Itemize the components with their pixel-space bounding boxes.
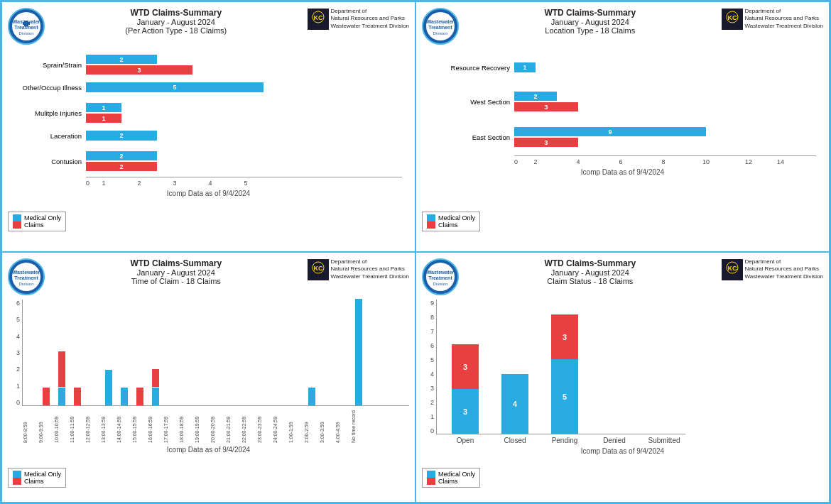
panel4-chart-inner: 9 8 7 6 5 4 3 2 1 0 3 3	[422, 300, 823, 434]
legend-medical-p2: Medical Only	[427, 214, 475, 221]
panel-time-of-claim: Wastewater Treatment Division SAFETY WTD…	[1, 252, 416, 503]
bar-col-900	[39, 388, 53, 405]
svg-text:KC: KC	[313, 14, 322, 21]
safety-logo-p1: Wastewater Treatment Division SAFETY	[8, 8, 45, 45]
bar-row-sprain: Sprain/Strain 2 3	[86, 52, 402, 77]
bar-col-1300	[102, 370, 116, 405]
panel1-icomp: Icomp Data as of 9/4/2024	[8, 190, 409, 197]
bar-blue-multiple: 1	[86, 103, 121, 112]
safety-logo-p2: Wastewater Treatment Division SAFETY	[422, 8, 459, 45]
bar-row-occup: Other/Occup Illness 5	[86, 79, 402, 96]
label-laceration: Laceration	[9, 132, 86, 140]
bar-col-1500	[133, 388, 147, 405]
panel4-yaxis: 9 8 7 6 5 4 3 2 1 0	[422, 300, 436, 434]
bars-east: 9 3	[514, 127, 706, 147]
bar-row-resource: Resource Recovery 1	[514, 59, 816, 76]
bar-blue-200	[308, 388, 315, 405]
panel4-legend: Medical Only Claims	[422, 468, 480, 488]
bar-blue-contusion: 2	[86, 151, 157, 160]
panel-claim-status: Wastewater Treatment Division SAFETY WTD…	[416, 252, 830, 503]
king-county-logo-p3: KC Department of Natural Resources and P…	[308, 258, 409, 280]
bar-red-west: 3	[514, 102, 578, 111]
king-county-text-p2: Department of Natural Resources and Park…	[745, 8, 823, 30]
svg-text:SAFETY: SAFETY	[432, 13, 448, 18]
svg-text:KC: KC	[727, 14, 737, 21]
xlabel-denied: Denied	[593, 437, 636, 444]
panel1-main-title: WTD Claims-Summary	[45, 8, 308, 18]
panel2-chart: Resource Recovery 1 West Section 2 3 Eas…	[514, 59, 816, 165]
bars-contusion: 2 2	[86, 151, 157, 171]
bar-blue-1600	[152, 388, 159, 405]
panel3-chart: 6 5 4 3 2 1 0	[8, 300, 409, 443]
bar-red-contusion: 2	[86, 162, 157, 171]
king-county-text-p3: Department of Natural Resources and Park…	[331, 258, 409, 280]
bar-red-1100	[74, 388, 81, 405]
bar-blue-1400	[121, 388, 128, 405]
bar-red-sprain: 3	[86, 65, 192, 75]
xlabel-open: Open	[444, 437, 487, 444]
bar-row-west: West Section 2 3	[514, 89, 816, 114]
svg-text:Wastewater: Wastewater	[13, 270, 40, 275]
svg-text:Wastewater: Wastewater	[427, 19, 455, 24]
svg-text:KC: KC	[727, 265, 737, 272]
panel4-main-title: WTD Claims-Summary	[459, 258, 722, 268]
panel2-sub1: January - August 2024	[459, 18, 722, 26]
panel3-chart-inner: 6 5 4 3 2 1 0	[8, 300, 409, 406]
bar-red-open: 3	[452, 344, 479, 389]
panel1-title-block: WTD Claims-Summary January - August 2024…	[45, 8, 308, 35]
bar-red-1000	[58, 351, 65, 387]
bar-col-1600	[148, 369, 163, 405]
legend-claims-p4: Claims	[427, 478, 475, 485]
king-county-logo-p4: KC Department of Natural Resources and P…	[722, 258, 823, 280]
safety-logo-p4: Wastewater Treatment Division SAFETY	[422, 258, 459, 295]
bars-sprain: 2 3	[86, 55, 192, 75]
panel3-header: Wastewater Treatment Division SAFETY WTD…	[8, 258, 409, 295]
bar-red-pending: 3	[551, 314, 578, 359]
label-multiple: Mulitple Injuries	[9, 109, 86, 117]
legend-blue-box-p2	[427, 214, 435, 221]
legend-red-box-p4	[427, 478, 435, 485]
panel4-sub1: January - August 2024	[459, 268, 722, 277]
bar-col-1400	[117, 388, 131, 405]
svg-text:KC: KC	[313, 265, 322, 272]
bar-row-contusion: Contusion 2 2	[86, 148, 402, 174]
panel4-icomp: Icomp Data as of 9/4/2024	[422, 447, 823, 455]
panel3-title-block: WTD Claims-Summary January - August 2024…	[45, 258, 308, 285]
bar-row-laceration: Laceration 2	[86, 127, 402, 144]
bar-row-east: East Section 9 3	[514, 124, 816, 150]
bar-red-1500	[136, 388, 143, 405]
king-county-logo-p2: KC Department of Natural Resources and P…	[722, 8, 823, 30]
svg-text:SAFETY: SAFETY	[432, 264, 448, 268]
panel2-title-block: WTD Claims-Summary January - August 2024…	[459, 8, 722, 35]
svg-text:Division: Division	[433, 31, 447, 35]
panel3-legend: Medical Only Claims	[8, 468, 66, 488]
king-county-seal-p1: KC	[308, 9, 329, 30]
panel3-sub1: January - August 2024	[45, 268, 308, 277]
svg-text:SAFETY: SAFETY	[18, 264, 34, 268]
svg-rect-8	[23, 22, 30, 25]
panel2-icomp: Icomp Data as of 9/4/2024	[422, 168, 823, 176]
bar-blue-notime	[355, 299, 362, 405]
svg-text:Treatment: Treatment	[14, 275, 38, 280]
panel2-main-title: WTD Claims-Summary	[459, 8, 722, 18]
panel3-xaxis: 8:00-8:59 9:00-9:59 10:00-10:59 11:00-11…	[23, 407, 409, 443]
bar-col-200	[305, 388, 319, 405]
bar-blue-laceration: 2	[86, 131, 157, 141]
label-west: West Section	[423, 98, 514, 106]
bar-blue-1000	[58, 388, 65, 405]
legend-red-box-p3	[13, 478, 21, 485]
legend-claims-p2: Claims	[427, 221, 475, 229]
panel4-header: Wastewater Treatment Division SAFETY WTD…	[422, 258, 823, 295]
king-county-text-p4: Department of Natural Resources and Park…	[745, 258, 823, 280]
label-contusion: Contusion	[9, 158, 86, 165]
panel1-xaxis: 0 1 2 3 4 5	[86, 177, 402, 187]
king-county-logo-p1: KC Department of Natural Resources and P…	[308, 8, 409, 30]
bar-red-multiple: 1	[86, 114, 121, 123]
panel1-header: Wastewater Treatment Division SAFETY WTD…	[8, 8, 409, 45]
bar-red-east: 3	[514, 138, 578, 147]
panel3-main-title: WTD Claims-Summary	[45, 258, 308, 268]
panel-action-type: Wastewater Treatment Division SAFETY WTD…	[1, 1, 416, 252]
bar-col-open: 3 3	[444, 344, 487, 434]
legend-red-box-p2	[427, 221, 435, 229]
xlabel-closed: Closed	[494, 437, 536, 444]
